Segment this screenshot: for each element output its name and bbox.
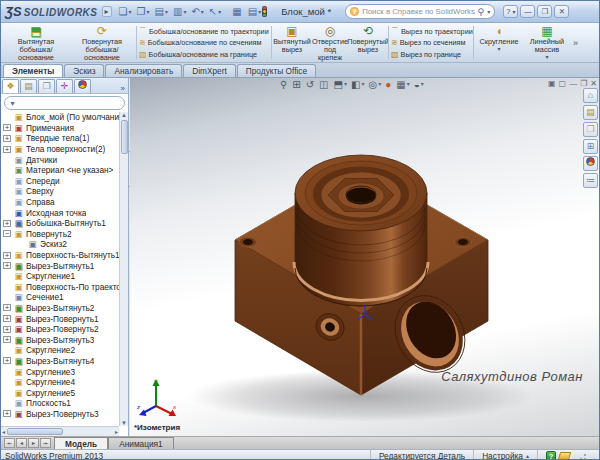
bottom-tab[interactable]: Модель [54,437,108,449]
featuremanager-tab-icon[interactable]: ❖ [2,79,19,93]
rebuild-traffic-light-icon[interactable] [262,6,267,17]
command-tab[interactable]: Элементы [3,64,63,77]
graphics-viewport[interactable]: ⚲ ⊞ ↺ ◫ ⬒▾ ◧▾ ◎▾ ● ▦▾ ◒▾ [130,78,600,436]
tree-item[interactable]: + ▣ Вырез-Повернуть3 [1,409,119,420]
expand-toggle-icon[interactable]: + [3,336,11,343]
tree-item[interactable]: ▣ Скругление2 [1,345,119,356]
previous-view-icon[interactable]: ↺ [306,79,315,90]
command-tab[interactable]: DimXpert [183,64,236,77]
zoom-fit-icon[interactable]: ⚲ [280,79,288,90]
tree-item[interactable]: ▣ Поверхность-По траектор [1,282,119,293]
resize-grip[interactable] [577,451,587,460]
help-search-input[interactable]: ? Поиск в Справке по SolidWorks ⚲ ▾ [345,4,495,19]
extruded-cut-icon[interactable]: ▣ Вытянутый вырез [273,24,311,61]
hole-wizard-icon[interactable]: ◎ Отверстие под крепеж [311,24,349,61]
command-tab[interactable]: Продукты Office [237,64,316,77]
configuration-selector[interactable]: Настройка▴ [473,450,537,460]
tree-item[interactable]: ▣ Спереди [1,176,119,187]
linear-pattern-icon[interactable]: ▦ Линейный массив ▾ [523,24,571,61]
help-button[interactable]: ? ▾ [503,5,518,18]
tree-item[interactable]: + ▣ Поверхность-Вытянуть1 [1,250,119,261]
expand-toggle-icon[interactable]: + [3,304,11,311]
tree-item[interactable]: + ▣ Вырез-Вытянуть4 [1,356,119,367]
menu-expand-icon[interactable]: ▸ [102,6,112,17]
expand-toggle-icon[interactable]: + [3,357,11,364]
tree-item[interactable]: ▣ Исходная точка [1,207,119,218]
displaymanager-tab-icon[interactable] [74,79,91,93]
appearances-icon[interactable] [583,156,598,171]
tree-item[interactable]: ▣ Плоскость1 [1,398,119,409]
close-button[interactable]: ✕ [554,5,569,18]
expand-toggle-icon[interactable] [3,167,11,174]
expand-toggle-icon[interactable]: + [3,315,11,322]
expand-toggle-icon[interactable]: + [3,326,11,333]
propertymanager-tab-icon[interactable]: ▤ [20,79,37,93]
expand-toggle-icon[interactable]: + [3,135,11,142]
rebuild-icon[interactable] [225,11,228,13]
edit-appearance-icon[interactable]: ● [385,79,392,90]
fillet-icon[interactable]: ◖ Скругление ▾ [475,24,523,61]
expand-toggle-icon[interactable]: − [3,230,11,237]
first-tab-icon[interactable]: ⯬ [4,438,15,448]
select-icon[interactable]: ↖▾ [208,6,222,18]
file-explorer-icon[interactable]: ❒ [583,122,598,137]
undo-icon[interactable]: ↶▾ [190,6,204,18]
minimize-button[interactable]: — [520,5,535,18]
configurationmanager-tab-icon[interactable]: ❒ [38,79,55,93]
search-icon[interactable]: ⚲ [478,7,485,17]
last-tab-icon[interactable]: ⯮ [40,438,51,448]
prev-tab-icon[interactable]: ◂ [16,438,27,448]
tree-item[interactable]: + ▣ Вырез-Вытянуть2 [1,303,119,314]
file-properties-icon[interactable]: ▤▾ [247,6,262,18]
ribbon-overflow-icon[interactable]: » [573,38,578,48]
print-icon[interactable]: ▥▾ [172,6,187,18]
design-library-icon[interactable]: ▤ [583,105,598,120]
window-cascade-icon[interactable]: ▢ [559,79,567,88]
apply-scene-icon[interactable]: ▦▾ [396,79,409,90]
expand-toggle-icon[interactable] [3,294,11,301]
open-icon[interactable]: ❐▾ [136,6,151,18]
tree-item[interactable]: + ▣ Вырез-Вытянуть3 [1,334,119,345]
tree-item[interactable]: + ▣ Вырез-Вытянуть1 [1,260,119,271]
tree-item[interactable]: − ▣ Повернуть2 [1,229,119,240]
expand-toggle-icon[interactable]: + [3,220,11,227]
search-dropdown-icon[interactable]: ▾ [487,8,490,15]
boundary-cut-icon[interactable]: ▧ Вырез по границе [391,50,471,59]
tree-item[interactable]: + ▣ Бобышка-Вытянуть1 [1,218,119,229]
manager-tabs-overflow-icon[interactable]: » [121,84,127,93]
hide-show-items-icon[interactable]: ◎▾ [369,79,382,90]
custom-properties-icon[interactable]: ≔ [583,173,598,188]
expand-toggle-icon[interactable] [3,400,11,407]
bottom-tab[interactable]: Анимация1 [108,437,174,449]
expand-toggle-icon[interactable]: + [3,410,11,417]
expand-toggle-icon[interactable] [3,177,11,184]
revolved-cut-icon[interactable]: ⟲ Повернутый вырез [349,24,387,61]
view-palette-icon[interactable]: ⊞ [583,139,598,154]
extruded-boss-icon[interactable]: ⬒ Вытянутая бобышка/основание [3,24,69,61]
expand-toggle-icon[interactable] [3,199,11,206]
display-style-icon[interactable]: ◧▾ [351,79,364,90]
save-icon[interactable]: ▤▾ [154,6,169,18]
solidworks-resources-icon[interactable]: ⌂ [583,88,598,103]
swept-cut-icon[interactable]: ⌒ Вырез по траектории [391,27,471,36]
zoom-area-icon[interactable]: ⊞ [292,79,301,90]
expand-toggle-icon[interactable]: + [3,262,11,269]
dimxpertmanager-tab-icon[interactable]: ✛ [56,79,73,93]
tree-item[interactable]: ▣ Скругление4 [1,377,119,388]
expand-toggle-icon[interactable]: + [3,252,11,259]
revolved-boss-icon[interactable]: ⟳ Повернутая бобышка/основание [69,24,135,61]
tree-item[interactable]: ▣ Скругление3 [1,366,119,377]
window-tile-icon[interactable]: ▣ [548,79,556,88]
tree-item[interactable]: + ▣ Тела поверхности(2) [1,144,119,155]
tree-item[interactable]: + ▣ Твердые тела(1) [1,133,119,144]
tree-item[interactable]: ▣ Датчики [1,154,119,165]
view-settings-icon[interactable]: ◒▾ [414,79,424,90]
expand-toggle-icon[interactable] [3,209,11,216]
expand-toggle-icon[interactable] [3,389,11,396]
new-document-icon[interactable]: ❏▾ [118,6,133,18]
quick-tips-icon[interactable]: ? [546,451,556,460]
tree-item[interactable]: + ▣ Примечания [1,123,119,134]
tree-item[interactable]: ▣ Материал <не указан> [1,165,119,176]
expand-toggle-icon[interactable] [3,283,11,290]
command-tab[interactable]: Анализировать [105,64,182,77]
